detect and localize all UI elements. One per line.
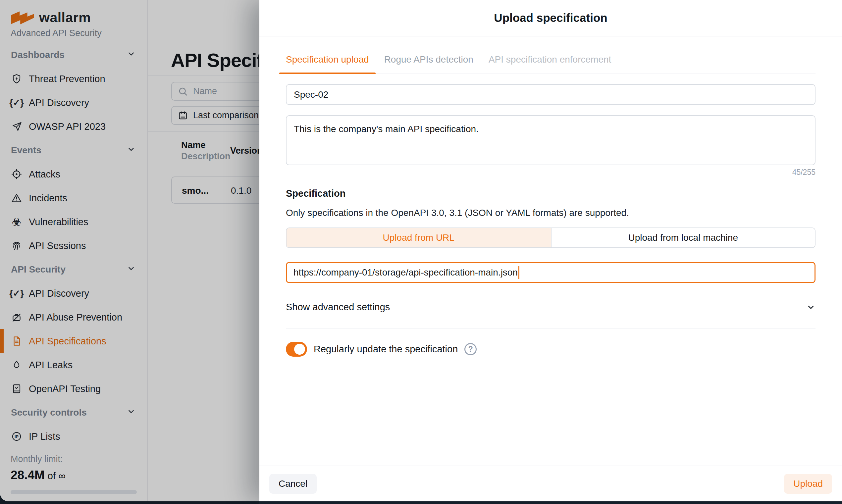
specification-heading: Specification	[286, 188, 816, 199]
chevron-down-icon	[806, 303, 816, 312]
tab-rogue-apis-detection[interactable]: Rogue APIs detection	[384, 54, 473, 73]
upload-from-url-segment[interactable]: Upload from URL	[287, 228, 551, 247]
cancel-button[interactable]: Cancel	[269, 474, 317, 494]
screen: wallarm Advanced API Security Dashboards…	[0, 0, 842, 504]
modal-tabs: Specification upload Rogue APIs detectio…	[286, 36, 816, 74]
modal-backdrop[interactable]	[0, 0, 259, 504]
spec-name-input[interactable]: Spec-02	[286, 84, 816, 105]
toggle-knob	[294, 344, 305, 355]
spec-name-value: Spec-02	[294, 89, 328, 100]
regular-update-label: Regularly update the specification	[314, 344, 458, 355]
spec-description-value: This is the company's main API specifica…	[294, 124, 479, 134]
specification-hint: Only specifications in the OpenAPI 3.0, …	[286, 208, 816, 218]
regular-update-toggle[interactable]	[286, 342, 307, 357]
modal-footer: Cancel Upload	[259, 466, 842, 501]
help-question-icon[interactable]: ?	[464, 343, 477, 355]
spec-description-textarea[interactable]: This is the company's main API specifica…	[286, 115, 816, 165]
text-caret	[518, 266, 519, 279]
char-counter: 45/255	[286, 168, 816, 177]
specification-url-value: https://company-01/storage/api-specifica…	[293, 267, 518, 278]
specification-url-input[interactable]: https://company-01/storage/api-specifica…	[286, 262, 816, 283]
advanced-settings-label: Show advanced settings	[286, 302, 390, 312]
regular-update-row: Regularly update the specification ?	[286, 342, 816, 357]
tab-specification-upload[interactable]: Specification upload	[286, 54, 369, 73]
show-advanced-settings-toggle-row[interactable]: Show advanced settings	[286, 302, 816, 328]
tab-api-specification-enforcement[interactable]: API specification enforcement	[488, 54, 611, 73]
modal-title: Upload specification	[494, 11, 607, 24]
upload-source-switch: Upload from URL Upload from local machin…	[286, 228, 816, 248]
modal-body: Specification upload Rogue APIs detectio…	[259, 36, 842, 357]
modal-header: Upload specification	[259, 0, 842, 36]
upload-specification-modal: Upload specification Specification uploa…	[259, 0, 842, 501]
upload-button[interactable]: Upload	[784, 474, 832, 494]
upload-from-local-machine-segment[interactable]: Upload from local machine	[551, 228, 815, 247]
